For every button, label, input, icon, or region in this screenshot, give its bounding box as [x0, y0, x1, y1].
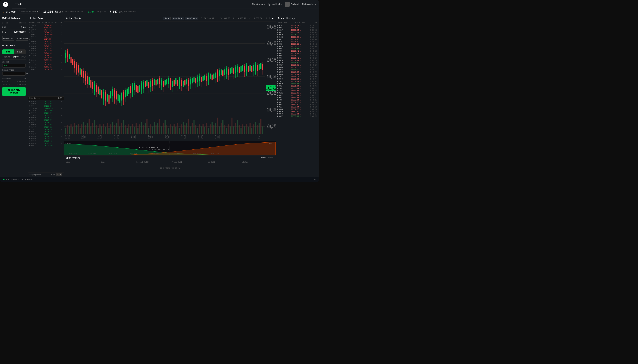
- svg-rect-300: [221, 69, 222, 75]
- market-tab[interactable]: MARKET: [2, 56, 12, 59]
- svg-rect-55: [134, 127, 135, 134]
- trade-history-row: 0.0045 10339.33 ↘ 9:49:13: [276, 68, 319, 71]
- trade-price: 10338.27 ↗: [291, 55, 305, 56]
- advanced-toggle[interactable]: Advanced ▼: [0, 77, 28, 80]
- svg-rect-71: [163, 123, 164, 134]
- open-tab[interactable]: Open: [261, 156, 266, 159]
- svg-rect-123: [257, 126, 258, 134]
- svg-rect-274: [197, 77, 198, 82]
- svg-rect-37: [101, 126, 102, 134]
- trade-history-row: 0.0102 10336.78 ↗ 9:50:15: [276, 24, 319, 26]
- place-order-button[interactable]: PLACE BUY ORDER: [2, 87, 26, 96]
- market-pair: ₿ BTC-USD: [3, 10, 16, 13]
- svg-rect-31: [90, 126, 91, 134]
- svg-rect-44: [114, 126, 115, 134]
- svg-rect-106: [226, 128, 227, 134]
- ob-my-size-col: My Size: [55, 22, 62, 23]
- svg-rect-312: [232, 67, 233, 73]
- svg-rect-18: [67, 126, 68, 134]
- chart-panel-title: Price Charts: [66, 17, 82, 20]
- svg-rect-318: [237, 66, 238, 72]
- svg-text:7:00: 7:00: [181, 134, 186, 139]
- aggregation-decrease[interactable]: −: [56, 173, 59, 176]
- ob-ask-row: 0.1 10342.90 -: [28, 38, 64, 40]
- my-wallets-link[interactable]: My Wallets: [268, 3, 282, 6]
- buy-tab[interactable]: BUY: [2, 50, 14, 54]
- svg-rect-126: [262, 126, 263, 134]
- trade-price: 10338.46 ↗: [291, 59, 305, 61]
- trade-time: 9:49:48: [308, 38, 317, 40]
- ob-ask-row: 0.7599 10340.35 -: [28, 54, 64, 56]
- limit-tab[interactable]: LIMIT: [12, 56, 20, 59]
- trade-time: 9:48:24: [308, 110, 317, 112]
- max-button[interactable]: Max: [4, 65, 7, 67]
- status-bar: All Systems Operational ⚙: [0, 177, 319, 182]
- withdraw-button[interactable]: ⊖ WITHDRAW: [16, 36, 28, 41]
- user-menu[interactable]: Satoshi Nakamoto ▼: [285, 2, 316, 7]
- select-market-button[interactable]: Select Market ▼: [19, 10, 40, 14]
- svg-rect-32: [92, 123, 93, 134]
- ob-ask-my-size: -: [61, 52, 62, 54]
- svg-rect-22: [74, 123, 75, 134]
- svg-rect-248: [174, 80, 175, 86]
- user-name: Satoshi Nakamoto: [291, 3, 313, 6]
- chevron-down-icon: ▼: [168, 17, 169, 20]
- trade-price: 10333.01 ↗: [291, 92, 305, 94]
- ob-ask-row: 0.5922 10344.30 -: [28, 31, 64, 33]
- timeframe-selector[interactable]: 5m ▼: [163, 17, 171, 20]
- svg-rect-216: [145, 81, 146, 87]
- my-orders-link[interactable]: My Orders: [252, 3, 265, 6]
- svg-rect-176: [109, 95, 110, 104]
- ob-bid-row: 1.2904 10329.35 -: [28, 114, 64, 116]
- svg-rect-114: [241, 128, 242, 134]
- plus-icon: ⊕: [3, 38, 5, 40]
- ob-ask-size: 2.0000: [30, 48, 36, 50]
- ob-ask-my-size: -: [61, 64, 62, 66]
- svg-rect-76: [172, 126, 173, 134]
- svg-text:$10,425: $10,425: [267, 24, 276, 30]
- svg-text:9:00: 9:00: [215, 134, 220, 139]
- trade-time: 9:50:02: [308, 29, 317, 31]
- ob-ask-size: 3.1400: [30, 24, 36, 26]
- svg-rect-86: [190, 126, 191, 134]
- svg-rect-322: [241, 66, 242, 72]
- trade-size: 0.0016: [277, 110, 288, 112]
- wallet-usd-symbol: USD: [2, 26, 6, 28]
- ob-bid-my-size: -: [61, 107, 62, 109]
- aggregation-increase[interactable]: +: [59, 173, 62, 176]
- svg-rect-47: [119, 126, 121, 134]
- trade-history-row: 0.1821 10338.98 ↗ 9:49:02: [276, 80, 319, 82]
- svg-rect-70: [161, 126, 162, 134]
- tab-trade[interactable]: Trade: [12, 0, 26, 8]
- stop-tab[interactable]: STOP: [20, 56, 27, 59]
- fills-tab[interactable]: Fills: [268, 156, 273, 159]
- ob-bid-row: 0.0500 10325.75 -: [28, 138, 64, 140]
- ob-bid-price: 10325.25: [44, 142, 53, 144]
- svg-rect-35: [98, 128, 99, 134]
- chevron-down-icon: ▼: [196, 17, 197, 20]
- chart-type-selector[interactable]: Candle ▼: [172, 17, 184, 20]
- ob-bid-size: 25.3000: [30, 107, 37, 109]
- ob-bid-size: 0.0023: [30, 133, 36, 135]
- svg-rect-338: [255, 64, 256, 70]
- deposit-button[interactable]: ⊕ DEPOSIT: [2, 36, 14, 41]
- ob-bid-size: 0.4045: [30, 100, 36, 102]
- limit-price-input[interactable]: [4, 72, 28, 75]
- sell-tab[interactable]: SELL: [14, 50, 26, 54]
- overlay-selector[interactable]: Overlay ▼: [185, 17, 198, 20]
- amount-input[interactable]: [8, 64, 28, 67]
- svg-rect-268: [192, 78, 193, 84]
- trade-history-row: 0.0093 10336.69 ↗ 9:49:30: [276, 52, 319, 54]
- settings-icon[interactable]: ⚙: [314, 178, 316, 181]
- price-change-label: 24h price: [95, 10, 106, 13]
- amount-input-row: Max BTC: [2, 64, 26, 68]
- ob-ask-size: 1.0047: [30, 36, 36, 38]
- trade-size: 0.007: [277, 31, 288, 33]
- trade-history-row: 0.1667 10333.60 ↗ 9:48:57: [276, 87, 319, 90]
- svg-rect-226: [154, 79, 155, 85]
- chart-expand-button[interactable]: ▶: [272, 17, 273, 20]
- trade-time: 9:49:40: [308, 45, 317, 47]
- trade-time: 9:49:26: [308, 57, 317, 59]
- svg-rect-104: [222, 120, 224, 134]
- ob-bid-size: 0.0500: [30, 138, 36, 140]
